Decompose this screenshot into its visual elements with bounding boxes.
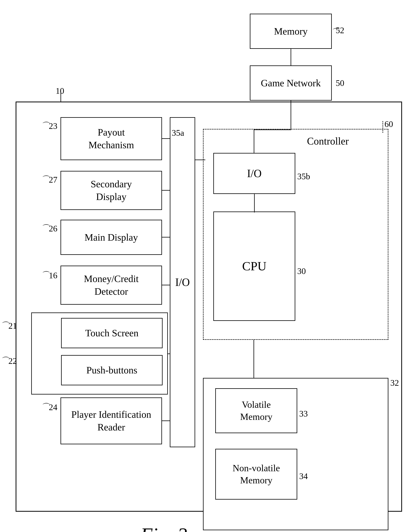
input-group-box: 21 ⌒ Touch Screen 22 ⌒ Push-buttons [31, 313, 168, 395]
cpu-box: CPU [213, 211, 295, 321]
controller-dashed-box: Controller I/O CPU 35b 30 [203, 129, 388, 340]
game-network-box: Game Network [250, 66, 332, 101]
io-inner-label: I/O [247, 166, 262, 181]
player-ref-bracket: ⌒ [42, 401, 51, 413]
memory-label: Memory [274, 25, 308, 38]
nonvolatile-box: Non-volatileMemory [215, 449, 297, 500]
line-player-to-bus [162, 420, 170, 421]
volatile-label: VolatileMemory [240, 399, 272, 423]
controller-label: Controller [307, 135, 349, 147]
volatile-box: VolatileMemory [215, 388, 297, 433]
memory-ref-bracket: ⌒ [332, 26, 341, 38]
main-display-ref-bracket: ⌒ [42, 223, 51, 234]
secondary-ref-bracket: ⌒ [42, 174, 51, 185]
payout-ref-bracket: ⌒ [42, 120, 51, 132]
money-credit-box: Money/CreditDetector [61, 266, 162, 305]
line-money-to-bus [162, 285, 170, 285]
line-payout-to-bus [162, 138, 170, 139]
label-60: 60 [385, 119, 393, 129]
game-network-label: Game Network [261, 77, 321, 89]
line-inputs-to-bus [168, 353, 170, 354]
secondary-display-label: SecondaryDisplay [91, 178, 132, 203]
memory-box: Memory [250, 14, 332, 49]
label-10: 10 [56, 86, 64, 96]
memory-group-box: VolatileMemory Non-volatileMemory 33 34 [203, 378, 388, 530]
touch-screen-box: Touch Screen [61, 318, 163, 348]
player-id-label: Player IdentificationReader [71, 408, 151, 434]
nonvolatile-label: Non-volatileMemory [233, 462, 280, 486]
io-bus-label: I/O [175, 276, 190, 288]
money-credit-label: Money/CreditDetector [84, 272, 139, 298]
line-cpu-to-memgroup [254, 340, 254, 379]
label-35b: 35b [297, 171, 310, 181]
payout-box: PayoutMechanism [61, 117, 162, 160]
label-32: 32 [390, 378, 399, 388]
line-gn-to-ctrl-top [291, 101, 291, 130]
line-ctrl-vert-to-io [254, 130, 254, 153]
push-ref-bracket: ⌒ [1, 355, 10, 367]
secondary-display-box: SecondaryDisplay [61, 171, 162, 210]
line-maindisplay-to-bus [162, 237, 170, 238]
touch-screen-label: Touch Screen [85, 327, 138, 339]
line-secondary-to-bus [162, 190, 170, 191]
label-30: 30 [297, 266, 306, 276]
payout-label: PayoutMechanism [88, 126, 134, 151]
push-buttons-box: Push-buttons [61, 355, 163, 385]
cpu-label: CPU [242, 258, 267, 274]
line-bus-to-controller-io [195, 160, 205, 160]
player-id-box: Player IdentificationReader [61, 398, 162, 444]
io-inner-box: I/O [213, 153, 295, 194]
line-memory-to-gamenetwork [291, 49, 291, 66]
money-ref-bracket: ⌒ [42, 269, 51, 281]
push-buttons-label: Push-buttons [86, 364, 137, 377]
io-bus: I/O [170, 117, 195, 447]
main-display-label: Main Display [84, 231, 138, 244]
label-33: 33 [299, 409, 308, 419]
main-display-box: Main Display [61, 220, 162, 255]
game-network-ref-label: 50 [336, 78, 344, 88]
label-34: 34 [299, 471, 308, 481]
touch-ref-bracket: ⌒ [1, 320, 10, 332]
line-gn-horiz-to-ctrl [254, 130, 291, 130]
figure-label: Fig. 2 [140, 523, 187, 532]
label-35a: 35a [172, 128, 184, 138]
line-60-to-controller [383, 121, 383, 133]
line-io-to-cpu [254, 194, 255, 212]
